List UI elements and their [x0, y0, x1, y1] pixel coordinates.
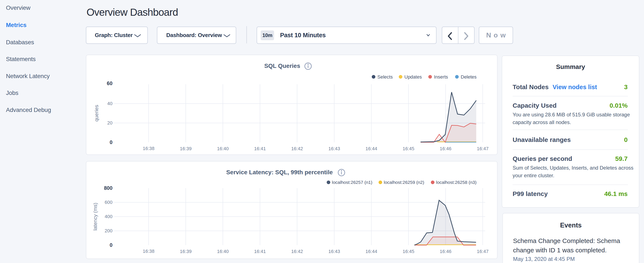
- svg-text:Selects: Selects: [378, 74, 393, 80]
- svg-text:16:46: 16:46: [440, 249, 451, 254]
- svg-text:Inserts: Inserts: [434, 74, 448, 80]
- svg-text:16:45: 16:45: [403, 146, 414, 151]
- svg-text:16:39: 16:39: [180, 146, 192, 151]
- svg-text:600: 600: [104, 200, 112, 205]
- svg-text:localhost:26259 (n2): localhost:26259 (n2): [384, 180, 424, 185]
- svg-text:0: 0: [110, 242, 112, 248]
- svg-text:60: 60: [107, 80, 112, 86]
- svg-text:16:39: 16:39: [180, 249, 192, 254]
- svg-text:40: 40: [107, 101, 112, 106]
- svg-text:20: 20: [107, 120, 112, 126]
- svg-text:16:44: 16:44: [366, 249, 377, 254]
- svg-text:16:46: 16:46: [440, 146, 451, 151]
- svg-text:16:41: 16:41: [254, 249, 266, 254]
- svg-text:16:38: 16:38: [143, 146, 154, 151]
- svg-text:800: 800: [104, 185, 112, 191]
- svg-text:400: 400: [104, 214, 112, 219]
- svg-text:16:38: 16:38: [143, 248, 154, 254]
- svg-text:200: 200: [104, 228, 112, 233]
- svg-text:16:47: 16:47: [477, 249, 488, 254]
- svg-text:0: 0: [110, 139, 112, 145]
- svg-text:16:41: 16:41: [254, 146, 266, 151]
- svg-text:16:44: 16:44: [366, 146, 377, 151]
- svg-text:16:45: 16:45: [403, 249, 414, 254]
- svg-text:16:43: 16:43: [328, 249, 340, 254]
- svg-text:localhost:26257 (n1): localhost:26257 (n1): [332, 180, 372, 185]
- svg-text:queries: queries: [94, 105, 99, 122]
- svg-text:16:40: 16:40: [217, 146, 229, 151]
- svg-text:16:43: 16:43: [328, 146, 340, 151]
- svg-text:Deletes: Deletes: [461, 74, 477, 80]
- svg-text:16:47: 16:47: [477, 146, 488, 151]
- svg-text:16:40: 16:40: [217, 249, 229, 254]
- svg-text:localhost:26258 (n3): localhost:26258 (n3): [436, 180, 476, 185]
- svg-text:latency (ms): latency (ms): [92, 203, 98, 231]
- svg-text:16:42: 16:42: [291, 249, 303, 254]
- svg-text:Updates: Updates: [404, 74, 422, 80]
- svg-text:Service Latency: SQL, 99th per: Service Latency: SQL, 99th percentile: [226, 169, 333, 176]
- svg-text:SQL Queries: SQL Queries: [264, 63, 300, 69]
- svg-text:16:42: 16:42: [291, 146, 303, 151]
